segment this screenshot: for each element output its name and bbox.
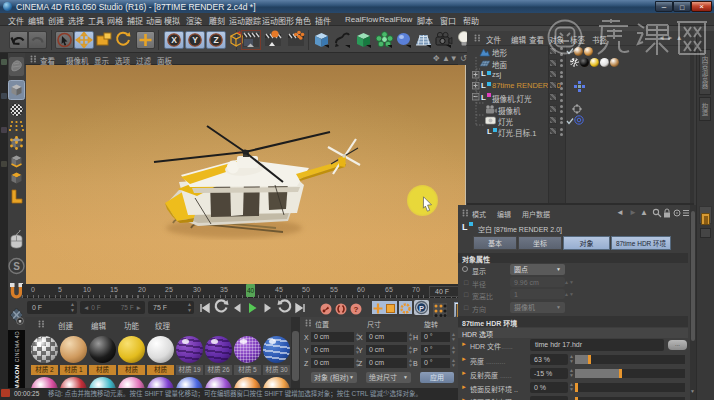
- svg-text:?: ?: [354, 305, 359, 314]
- svg-text:Y: Y: [192, 35, 198, 45]
- svg-text:X: X: [171, 35, 177, 45]
- svg-text:S: S: [13, 261, 20, 272]
- svg-text:Z: Z: [213, 35, 218, 45]
- svg-text:P: P: [419, 304, 424, 313]
